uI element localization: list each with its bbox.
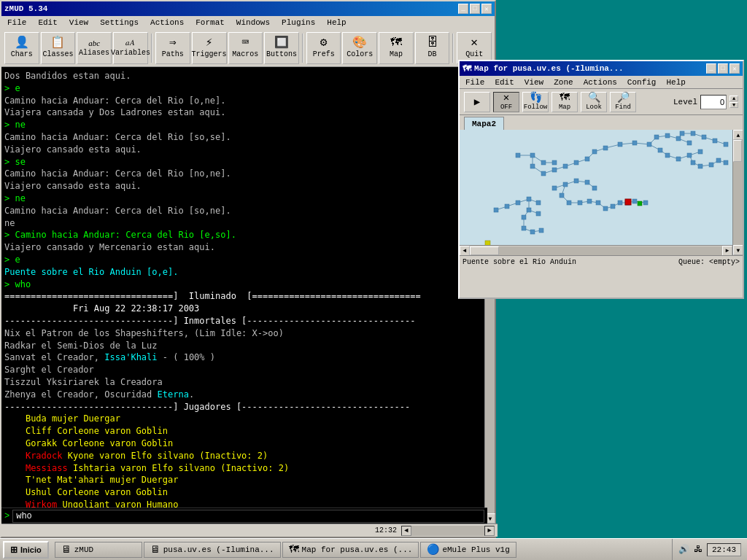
menu-windows[interactable]: Windows (233, 18, 273, 28)
classes-button[interactable]: 📋 Classes (41, 32, 76, 64)
zmud-title-buttons: _ □ ✕ (458, 4, 492, 14)
map-menu-zone[interactable]: Zone (551, 77, 576, 88)
map-scroll-down[interactable]: ▼ (733, 245, 743, 255)
map-restore-button[interactable]: □ (718, 63, 728, 74)
classes-label: Classes (42, 50, 73, 58)
menu-format[interactable]: Format (193, 18, 228, 28)
svg-rect-109 (530, 230, 535, 234)
taskbar-zmud[interactable]: 🖥 zMUD (55, 542, 142, 558)
map-follow-button[interactable]: 👣 Follow (522, 92, 549, 112)
map-tab-mapa2[interactable]: Mapa2 (464, 117, 504, 130)
aliases-button[interactable]: abc Aliases (77, 32, 112, 64)
zmud-window: zMUD 5.34 _ □ ✕ File Edit View Settings … (0, 0, 496, 538)
taskbar-pusa[interactable]: 🖥 pusa.uv.es (-Ilumina... (144, 542, 281, 558)
mud-line: Camino hacia Anduar: Cerca del Rio [o,ne… (4, 96, 225, 106)
map-close-button[interactable]: ✕ (729, 63, 740, 74)
level-arrows: ▲ ▼ (729, 96, 738, 108)
map-vscroll[interactable]: ▲ ▼ (732, 130, 743, 255)
buttons-button[interactable]: 🔲 Buttons (264, 32, 299, 64)
map-menu-config[interactable]: Config (624, 77, 659, 88)
map-scroll-track[interactable] (733, 140, 743, 245)
svg-rect-106 (536, 211, 541, 216)
svg-rect-65 (563, 164, 568, 168)
map-scroll-left[interactable]: ◄ (460, 246, 470, 256)
map-find-button[interactable]: 🔎 Find (610, 92, 636, 112)
map-location: Puente sobre el Rio Anduin (462, 258, 576, 266)
map-menu-help[interactable]: Help (663, 77, 688, 88)
menu-file[interactable]: File (4, 18, 29, 28)
horizontal-scrollbar-track[interactable] (411, 526, 484, 536)
quit-button[interactable]: ✕ Quit (457, 32, 492, 64)
level-input[interactable] (700, 95, 727, 109)
colors-label: Colors (347, 50, 373, 58)
map-map-button[interactable]: 🗺 Map (551, 92, 578, 112)
start-label: Inicio (20, 545, 42, 554)
prefs-button[interactable]: ⚙ Prefs (306, 32, 341, 64)
paths-button[interactable]: ⇒ Paths (155, 32, 190, 64)
macros-button[interactable]: ⌨ Macros (228, 32, 263, 64)
level-down-arrow[interactable]: ▼ (729, 102, 738, 108)
taskbar: ⊞ Inicio 🖥 zMUD 🖥 pusa.uv.es (-Ilumina..… (0, 538, 747, 560)
start-button[interactable]: ⊞ Inicio (3, 541, 49, 559)
menu-settings[interactable]: Settings (97, 18, 142, 28)
triggers-label: Triggers (192, 50, 227, 58)
menu-edit[interactable]: Edit (35, 18, 60, 28)
scroll-right-btn[interactable]: ► (484, 526, 495, 536)
off-icon: ✕ (503, 93, 509, 103)
map-off-button[interactable]: ✕ OFF (493, 92, 519, 112)
level-up-arrow[interactable]: ▲ (729, 96, 738, 101)
menu-actions[interactable]: Actions (147, 18, 187, 28)
mud-line: Wirkom Ungoliant varon Humano (4, 499, 178, 508)
colors-button[interactable]: 🎨 Colors (342, 32, 377, 64)
map-toolbar-label: Map (390, 50, 403, 58)
close-button[interactable]: ✕ (481, 4, 492, 14)
svg-rect-89 (716, 158, 721, 163)
mud-line: Gorakk Corleone varon Goblin (4, 438, 173, 448)
mud-line: Sarght el Creador (4, 365, 94, 375)
svg-rect-115 (618, 201, 622, 205)
menu-plugins[interactable]: Plugins (279, 18, 318, 28)
svg-rect-96 (592, 186, 597, 190)
map-menu-view[interactable]: View (522, 77, 546, 88)
map-look-button[interactable]: 🔍 Look (581, 92, 607, 112)
map-canvas: ▲ ▼ ◄ ► (460, 130, 743, 255)
map-hscroll[interactable]: ◄ ► (460, 245, 732, 255)
follow-label: Follow (524, 104, 547, 111)
svg-rect-108 (522, 226, 526, 230)
aliases-label: Aliases (79, 49, 109, 57)
db-button[interactable]: 🗄 DB (415, 32, 450, 64)
map-menu-actions[interactable]: Actions (581, 77, 620, 88)
taskbar-map[interactable]: 🗺 Map for pusa.uv.es (... (282, 542, 419, 558)
menu-help[interactable]: Help (324, 18, 349, 28)
look-label: Look (586, 104, 602, 111)
scroll-left-btn[interactable]: ◄ (401, 526, 411, 536)
map-scroll-up[interactable]: ▲ (733, 130, 743, 140)
map-title-buttons: _ □ ✕ (706, 63, 740, 74)
mud-output: Dos Bandidos estan aqui. > e Camino haci… (1, 67, 495, 508)
mud-input[interactable] (12, 510, 484, 523)
menu-view[interactable]: View (66, 18, 91, 28)
db-label: DB (428, 50, 437, 58)
map-hscroll-thumb[interactable] (470, 246, 499, 255)
map-toolbar-button[interactable]: 🗺 Map (379, 32, 414, 64)
variables-button[interactable]: 𝑎𝐴 Variables (113, 32, 148, 64)
chars-button[interactable]: 👤 Chars (4, 32, 39, 64)
map-hscroll-track[interactable] (470, 246, 722, 255)
triggers-button[interactable]: ⚡ Triggers (192, 32, 227, 64)
map-scroll-thumb[interactable] (733, 140, 742, 162)
maximize-button[interactable]: □ (470, 4, 480, 14)
map-scroll-right[interactable]: ► (722, 246, 732, 256)
taskbar-emule[interactable]: 🔵 eMule Plus v1g (420, 542, 516, 558)
mud-line: > Camino hacia Anduar: Cerca del Rio [e,… (4, 230, 236, 240)
map-play-button[interactable]: ▶ (464, 92, 490, 112)
map-minimize-button[interactable]: _ (706, 63, 716, 74)
map-menu-edit[interactable]: Edit (492, 77, 516, 88)
mud-line: Zhenya el Creador, Oscuridad Eterna. (4, 389, 194, 400)
minimize-button[interactable]: _ (458, 4, 468, 14)
mud-line: Messiass Ishtaria varon Elfo silvano (In… (4, 463, 289, 473)
svg-rect-69 (603, 146, 608, 150)
map-menu-file[interactable]: File (462, 77, 487, 88)
svg-rect-117 (632, 199, 637, 203)
svg-rect-97 (560, 193, 564, 198)
map-label: Map (559, 104, 570, 111)
